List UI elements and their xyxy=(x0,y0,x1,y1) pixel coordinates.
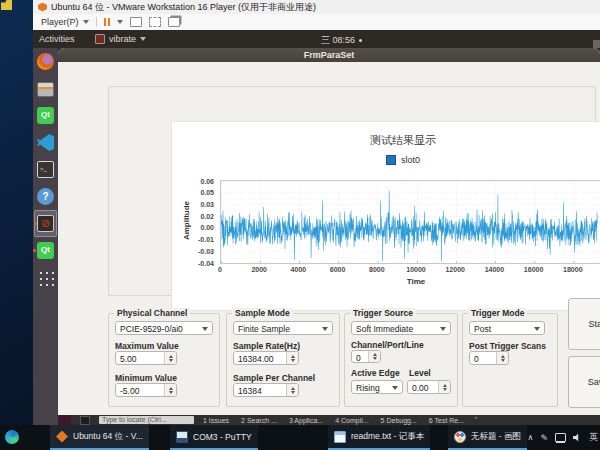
edge-icon[interactable] xyxy=(5,430,19,444)
spinner-buttons[interactable] xyxy=(164,384,176,396)
chevron-down-icon xyxy=(440,327,446,331)
dock-item-files[interactable] xyxy=(34,75,57,102)
dock-item-show-apps[interactable] xyxy=(34,264,57,291)
spinner-buttons[interactable] xyxy=(286,352,298,364)
spinner-buttons[interactable] xyxy=(368,351,380,362)
dock-item-help[interactable]: ? xyxy=(34,183,57,210)
volume-icon[interactable] xyxy=(573,433,582,442)
taskbar-item-notepad[interactable]: readme.txt - 记事本 xyxy=(328,425,430,450)
qtcreator-bottom-bar: Type to locate (Ctrl... 1 Issues2 Search… xyxy=(58,415,600,425)
trigger-source-select[interactable]: Soft Immediate xyxy=(351,321,451,335)
minimum-value-spinner[interactable]: -5.00 xyxy=(115,383,177,397)
spinner-buttons[interactable] xyxy=(164,352,176,364)
trigger-mode-select[interactable]: Post xyxy=(469,321,545,335)
taskbar-item-vmware[interactable]: Ubuntu 64 位 - V... xyxy=(50,425,149,450)
x-tick-label: 10000 xyxy=(399,266,433,273)
ime-indicator[interactable]: 英 xyxy=(589,431,598,444)
dock-item-qt-creator[interactable]: Qt xyxy=(34,237,57,264)
x-tick-label: 0 xyxy=(203,266,237,273)
y-tick-label: 0.05 xyxy=(200,189,214,196)
sample-rate-label: Sample Rate(Hz) xyxy=(233,341,300,351)
qtcreator-pane-button[interactable]: 3 Applica... xyxy=(289,417,323,424)
chevron-down-icon xyxy=(83,20,89,24)
maximum-value-label: Maximum Value xyxy=(115,341,179,351)
y-axis-ticks: 0.060.050.030.020.00-0.01-0.03-0.04 xyxy=(172,180,217,264)
notification-dot-icon xyxy=(359,39,362,42)
x-tick-label: 8000 xyxy=(360,266,394,273)
y-tick-label: -0.03 xyxy=(198,248,214,255)
dock-item-vibrate-app[interactable]: ⊘ xyxy=(34,210,57,237)
divider xyxy=(96,17,97,27)
qt-creator-icon: Qt xyxy=(37,242,54,259)
guest-screen: Activities vibrate 三 08:56 Qt>_?⊘Qt FrmP… xyxy=(33,30,600,425)
fullscreen-icon[interactable] xyxy=(149,17,161,27)
pen-input-icon[interactable]: ✎ xyxy=(540,433,548,443)
qtcreator-pane-button[interactable]: 6 Test Re... xyxy=(429,417,464,424)
sample-per-channel-spinner[interactable]: 16384 xyxy=(233,383,299,397)
send-ctrl-alt-del-icon[interactable] xyxy=(130,17,142,27)
taskbar-item-label: Ubuntu 64 位 - V... xyxy=(73,431,143,443)
dock-item-vscode[interactable] xyxy=(34,129,57,156)
vmware-titlebar[interactable]: Ubuntu 64 位 - VMware Workstation 16 Play… xyxy=(33,0,600,14)
group-trigger-source: Trigger Source Soft Immediate Channel/Po… xyxy=(344,313,458,407)
paint-icon xyxy=(454,431,466,443)
qtcreator-sidebar-icon[interactable] xyxy=(80,416,90,425)
unity-mode-icon[interactable] xyxy=(168,17,180,27)
x-tick-label: 14000 xyxy=(477,266,511,273)
start-button[interactable]: Start xyxy=(568,298,600,350)
qtcreator-pane-button[interactable]: 4 Compil... xyxy=(335,417,368,424)
frmparaset-titlebar[interactable]: FrmParaSet xyxy=(58,48,600,62)
channel-port-line-spinner[interactable]: 0 xyxy=(351,350,381,363)
tray-corner-icon xyxy=(593,40,600,48)
tray-chevron-up-icon[interactable]: ∧ xyxy=(528,433,534,442)
physical-channel-select[interactable]: PCIE-9529-0/ai0 xyxy=(115,321,213,335)
clock[interactable]: 三 08:56 xyxy=(321,34,362,47)
legend-swatch xyxy=(386,155,396,165)
dock-item-firefox[interactable] xyxy=(34,48,57,75)
dock-item-terminal[interactable]: >_ xyxy=(34,156,57,183)
running-indicator-dot xyxy=(34,222,37,225)
sample-mode-select[interactable]: Finite Sample xyxy=(233,321,333,335)
terminal-icon: >_ xyxy=(37,161,54,178)
save-button[interactable]: Save xyxy=(568,356,600,408)
qtcreator-pane-button[interactable]: 5 Debugg... xyxy=(381,417,417,424)
channel-port-line-label: Channel/Port/Line xyxy=(351,340,424,350)
active-edge-select[interactable]: Rising xyxy=(351,380,403,394)
legend-label: slot0 xyxy=(401,155,420,165)
expand-pane-icon[interactable]: ⌃ xyxy=(473,416,479,424)
waveform-canvas xyxy=(221,181,600,263)
level-spinner[interactable]: 0.00 xyxy=(407,380,451,394)
y-tick-label: -0.01 xyxy=(198,236,214,243)
taskbar-item-paint[interactable]: 无标题 - 画图 xyxy=(448,425,527,450)
post-trigger-scans-spinner[interactable]: 0 xyxy=(469,351,509,365)
maximum-value-spinner[interactable]: 5.00 xyxy=(115,351,177,365)
windows-desktop xyxy=(0,0,33,425)
chevron-down-icon[interactable] xyxy=(117,20,123,24)
qtcreator-locator-input[interactable]: Type to locate (Ctrl... xyxy=(99,416,194,424)
chevron-down-icon xyxy=(392,386,398,390)
spinner-buttons[interactable] xyxy=(438,381,450,393)
dock-item-qt-creator[interactable]: Qt xyxy=(34,102,57,129)
spinner-buttons[interactable] xyxy=(496,352,508,364)
ubuntu-dock: Qt>_?⊘Qt xyxy=(33,48,58,425)
vmware-logo-icon xyxy=(38,3,47,12)
chart-card: 测试结果显示 slot0 Amplitude 0.060.050.030.020… xyxy=(171,121,600,311)
qtcreator-pane-button[interactable]: 1 Issues xyxy=(203,417,229,424)
sample-per-channel-label: Sample Per Channel xyxy=(233,373,315,383)
sample-rate-spinner[interactable]: 16384.00 xyxy=(233,351,299,365)
taskbar-item-putty[interactable]: COM3 - PuTTY xyxy=(170,425,258,450)
suspend-button[interactable] xyxy=(104,18,110,26)
qtcreator-pane-button[interactable]: 2 Search ... xyxy=(241,417,277,424)
app-menu[interactable]: vibrate xyxy=(95,34,146,44)
network-icon[interactable] xyxy=(555,433,566,442)
app-menu-icon xyxy=(95,34,105,44)
qtcreator-output-panes: 1 Issues2 Search ...3 Applica...4 Compil… xyxy=(203,417,464,424)
x-tick-label: 12000 xyxy=(438,266,472,273)
wallpaper-patch xyxy=(58,415,71,425)
player-menu[interactable]: Player(P) xyxy=(41,17,89,27)
spinner-buttons[interactable] xyxy=(286,384,298,396)
vmware-title: Ubuntu 64 位 - VMware Workstation 16 Play… xyxy=(51,1,316,14)
activities-button[interactable]: Activities xyxy=(39,34,75,44)
desktop-shortcut-icon[interactable] xyxy=(1,0,12,10)
y-tick-label: 0.02 xyxy=(200,213,214,220)
